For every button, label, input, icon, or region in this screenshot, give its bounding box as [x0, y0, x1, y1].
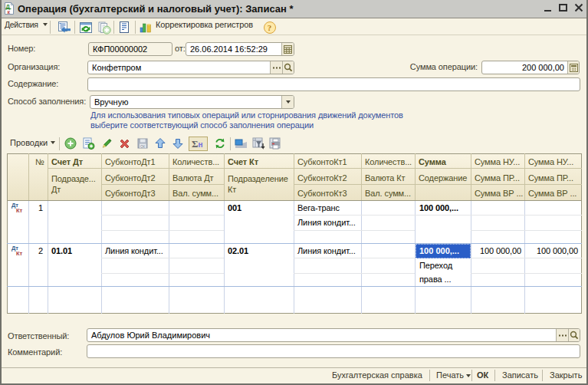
svg-text:к: к: [8, 9, 11, 15]
svg-text:ОК: ОК: [140, 145, 146, 149]
svg-text:?: ?: [268, 23, 272, 32]
